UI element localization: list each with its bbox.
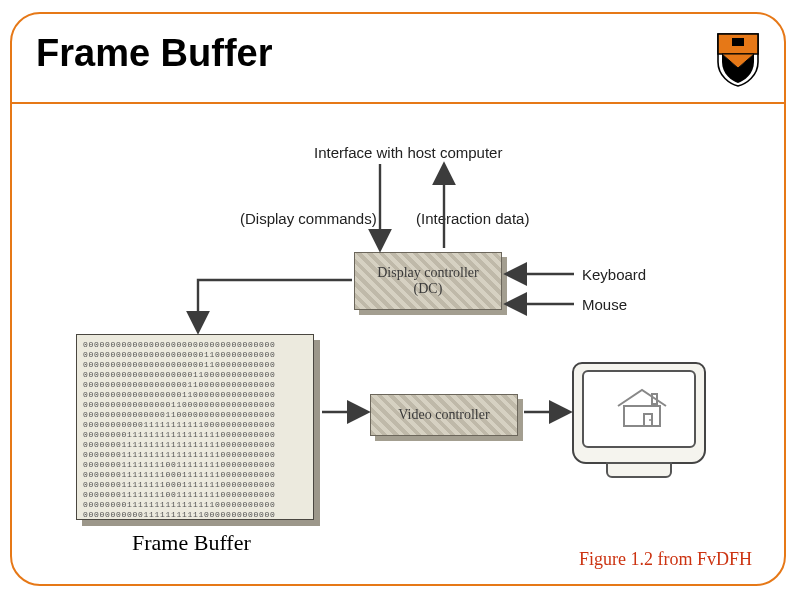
block-display-controller: Display controller (DC) [354, 252, 502, 310]
slide-title: Frame Buffer [36, 32, 273, 75]
label-interface: Interface with host computer [314, 144, 502, 161]
slide-frame: Frame Buffer Interface with host compute… [10, 12, 786, 586]
princeton-shield-icon [716, 32, 760, 88]
label-interaction-data: (Interaction data) [416, 210, 529, 227]
frame-buffer-memory: 00000000000000000000000000000000000 0000… [76, 334, 314, 520]
svg-point-3 [649, 419, 651, 421]
label-keyboard: Keyboard [582, 266, 646, 283]
title-divider [12, 102, 784, 104]
label-mouse: Mouse [582, 296, 627, 313]
figure-caption: Figure 1.2 from FvDFH [579, 549, 752, 570]
svg-rect-1 [624, 406, 660, 426]
block-video-controller: Video controller [370, 394, 518, 436]
crt-monitor-icon [572, 362, 702, 472]
frame-buffer-caption: Frame Buffer [132, 530, 251, 556]
label-display-commands: (Display commands) [240, 210, 377, 227]
svg-rect-0 [732, 38, 744, 46]
